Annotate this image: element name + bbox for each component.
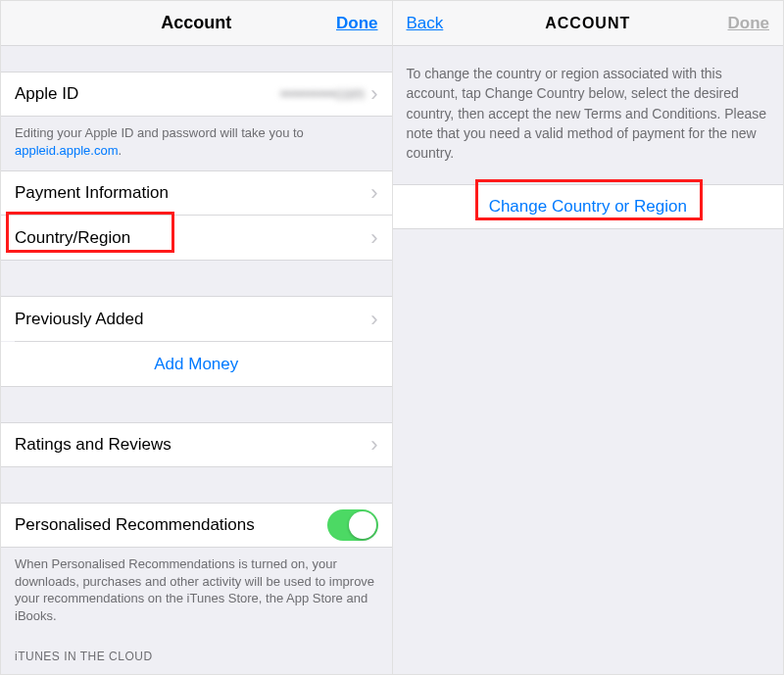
navbar-left: Account Done: [1, 1, 392, 46]
itunes-cloud-header: iTUNES IN THE CLOUD: [1, 636, 392, 669]
apple-id-note: Editing your Apple ID and password will …: [1, 117, 392, 170]
apple-id-value: ••••••••••com: [280, 85, 365, 103]
change-country-region-button[interactable]: Change Country or Region: [393, 184, 784, 229]
payment-information-row[interactable]: Payment Information ›: [1, 170, 392, 216]
ratings-reviews-row[interactable]: Ratings and Reviews ›: [1, 422, 392, 467]
back-button[interactable]: Back: [407, 14, 444, 32]
navbar-right: Back ACCOUNT Done: [393, 1, 784, 46]
chevron-right-icon: ›: [370, 83, 377, 105]
nav-title: Account: [161, 13, 231, 33]
account-country-screen: Back ACCOUNT Done To change the country …: [393, 1, 784, 674]
done-button[interactable]: Done: [336, 14, 378, 32]
change-country-description: To change the country or region associat…: [393, 46, 784, 184]
add-money-button[interactable]: Add Money: [1, 342, 392, 387]
chevron-right-icon: ›: [370, 182, 377, 204]
done-button-disabled: Done: [728, 14, 770, 32]
personalised-recs-toggle[interactable]: [327, 509, 378, 541]
apple-id-row[interactable]: Apple ID ••••••••••com ›: [1, 72, 392, 117]
chevron-right-icon: ›: [370, 434, 377, 456]
account-screen: Account Done Apple ID ••••••••••com › Ed…: [1, 1, 393, 674]
chevron-right-icon: ›: [370, 309, 377, 330]
nav-title: ACCOUNT: [545, 15, 630, 32]
apple-id-label: Apple ID: [15, 84, 280, 104]
chevron-right-icon: ›: [370, 227, 377, 249]
personalised-recs-note: When Personalised Recommendations is tur…: [1, 548, 392, 636]
appleid-link[interactable]: appleid.apple.com: [15, 143, 119, 158]
previously-added-row[interactable]: Previously Added ›: [1, 296, 392, 341]
personalised-recs-row: Personalised Recommendations: [1, 503, 392, 548]
country-region-row[interactable]: Country/Region ›: [1, 216, 392, 261]
